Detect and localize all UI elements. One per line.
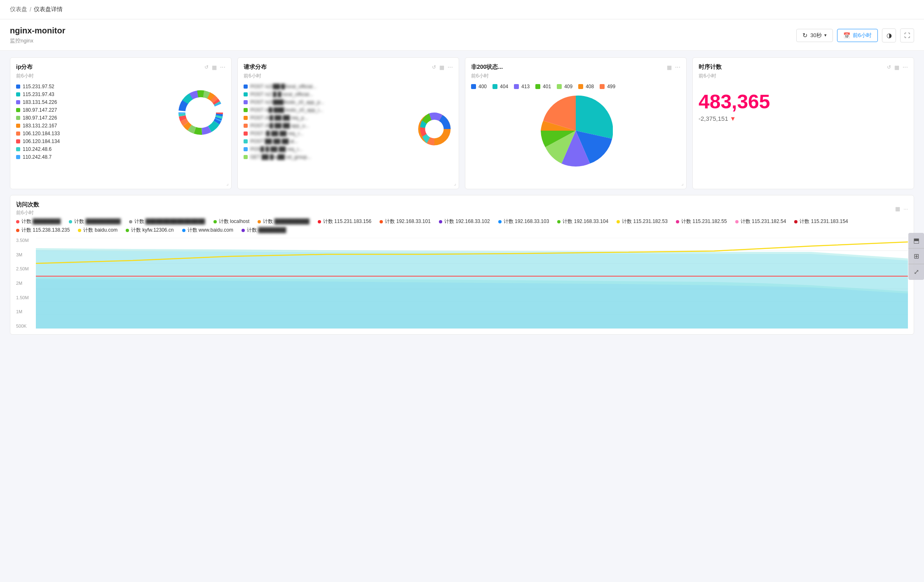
breadcrumb: 仪表盘 / 仪表盘详情 [0, 0, 924, 19]
expand-panel-icon: ⤢ [914, 268, 919, 276]
time-range-label: 前6小时 [853, 32, 872, 39]
y-axis-labels: 3.50M 3M 2.50M 2M 1.50M 1M 500K [16, 238, 35, 329]
bottom-chart-area: 3.50M 3M 2.50M 2M 1.50M 1M 500K [16, 238, 908, 329]
bottom-chart-title: 访问次数 [16, 201, 39, 209]
dashboard-subtitle: 监控nginx [10, 37, 65, 45]
timeseries-actions: ↺ ▦ ··· [887, 63, 908, 71]
req-dist-actions: ↺ ▦ ··· [432, 63, 453, 71]
ip-dist-reload-icon[interactable]: ↺ [204, 64, 209, 70]
breadcrumb-current: 仪表盘详情 [34, 6, 63, 13]
breadcrumb-separator: / [30, 6, 31, 13]
non200-card: 非200状态... ▦ ··· 前6小时 400 404 413 401 409… [465, 57, 687, 189]
req-dist-more-icon[interactable]: ··· [448, 63, 453, 71]
req-dist-calendar-icon[interactable]: ▦ [439, 64, 444, 70]
bottom-more-icon[interactable]: ··· [903, 206, 908, 212]
bottom-chart-time: 前6小时 [16, 209, 39, 216]
req-distribution-card: 请求分布 ↺ ▦ ··· 前6小时 POST /v2/██/█/toral_of… [237, 57, 459, 189]
expand-button[interactable]: ⛶ [900, 28, 914, 42]
non200-calendar-icon[interactable]: ▦ [667, 64, 672, 70]
ip-legend: 115.231.97.52 115.231.97.43 183.131.54.2… [16, 84, 172, 160]
ip-dist-actions: ↺ ▦ ··· [204, 63, 225, 71]
ip-dist-calendar-icon[interactable]: ▦ [212, 64, 217, 70]
ip-dist-time: 前6小时 [16, 73, 225, 80]
non200-resize[interactable]: ⌟ [681, 181, 684, 186]
save-panel-button[interactable]: ⬒ [908, 233, 924, 249]
req-pie [416, 84, 453, 174]
timeseries-more-icon[interactable]: ··· [903, 63, 908, 71]
expand-icon: ⛶ [904, 32, 910, 39]
req-dist-resize[interactable]: ⌟ [454, 181, 456, 186]
add-panel-button[interactable]: ⊞ [908, 249, 924, 264]
main-content: ip分布 ↺ ▦ ··· 前6小时 115.231.97.52 115.231.… [0, 51, 924, 341]
bottom-calendar-icon[interactable]: ▦ [895, 206, 900, 212]
req-legend: POST /v2/██/█/toral_official... POST /v2… [244, 84, 416, 174]
refresh-chevron-icon: ▾ [824, 33, 827, 38]
non200-time: 前6小时 [471, 73, 680, 80]
timeseries-time: 前6小时 [699, 73, 908, 80]
timeseries-sub-number: -2,375,151 ▼ [699, 115, 908, 122]
dashboard-title: nginx-monitor [10, 26, 65, 35]
ip-dist-more-icon[interactable]: ··· [220, 63, 225, 71]
breadcrumb-root[interactable]: 仪表盘 [10, 6, 27, 13]
ip-dist-title: ip分布 [16, 63, 33, 71]
timeseries-calendar-icon[interactable]: ▦ [894, 64, 899, 70]
timeseries-card: 时序计数 ↺ ▦ ··· 前6小时 483,365 -2,375,151 ▼ [692, 57, 914, 189]
timeseries-reload-icon[interactable]: ↺ [887, 64, 891, 70]
ip-dist-resize[interactable]: ⌟ [226, 181, 229, 186]
dashboard-header: nginx-monitor 监控nginx ↻ 30秒 ▾ 📅 前6小时 ◑ ⛶ [0, 19, 924, 51]
refresh-button[interactable]: ↻ 30秒 ▾ [796, 29, 833, 42]
header-controls: ↻ 30秒 ▾ 📅 前6小时 ◑ ⛶ [796, 28, 914, 42]
bottom-chart-actions: ▦ ··· [895, 206, 908, 212]
refresh-label: 30秒 [810, 32, 821, 39]
req-dist-title: 请求分布 [244, 63, 267, 71]
right-panel: ⬒ ⊞ ⤢ [908, 233, 924, 280]
calendar-icon: 📅 [843, 32, 850, 39]
req-dist-reload-icon[interactable]: ↺ [432, 64, 436, 70]
expand-panel-button[interactable]: ⤢ [908, 264, 924, 280]
req-dist-time: 前6小时 [244, 73, 453, 80]
chart-svg-container [36, 238, 908, 329]
timeseries-title: 时序计数 [699, 63, 722, 71]
dashboard-title-block: nginx-monitor 监控nginx [10, 26, 65, 45]
non200-pie [471, 94, 680, 168]
ip-distribution-card: ip分布 ↺ ▦ ··· 前6小时 115.231.97.52 115.231.… [10, 57, 232, 189]
cards-row: ip分布 ↺ ▦ ··· 前6小时 115.231.97.52 115.231.… [10, 57, 914, 189]
non200-title: 非200状态... [471, 63, 503, 71]
down-arrow-icon: ▼ [730, 115, 736, 122]
non200-actions: ▦ ··· [667, 63, 680, 71]
svg-point-12 [425, 120, 444, 138]
theme-toggle-button[interactable]: ◑ [882, 28, 896, 42]
bottom-chart-legend: 计数 ████████ 计数 ██████████ 计数 ███████████… [16, 218, 908, 234]
bottom-chart-card: 访问次数 前6小时 ▦ ··· 计数 ████████ 计数 █████████… [10, 195, 914, 335]
time-range-button[interactable]: 📅 前6小时 [837, 29, 878, 42]
refresh-icon: ↻ [802, 32, 808, 39]
bottom-chart-header: 访问次数 前6小时 ▦ ··· [16, 201, 908, 216]
status-legend: 400 404 413 401 409 408 499 [471, 84, 680, 89]
non200-more-icon[interactable]: ··· [675, 63, 680, 71]
timeseries-big-number: 483,365 [699, 92, 908, 112]
svg-point-10 [187, 99, 214, 126]
add-panel-icon: ⊞ [914, 252, 919, 260]
theme-icon: ◑ [886, 32, 892, 39]
save-panel-icon: ⬒ [913, 237, 919, 244]
